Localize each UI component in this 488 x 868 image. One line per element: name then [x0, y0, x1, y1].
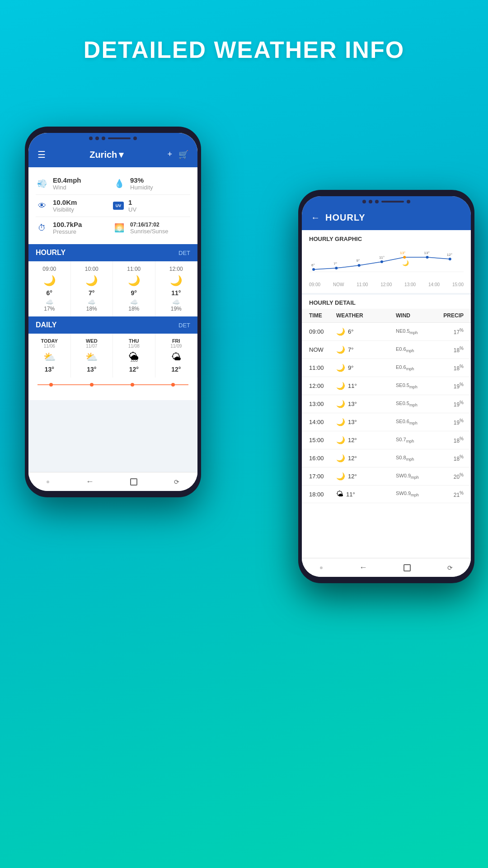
phone1-device: ☰ Zurich ▾ + 🛒 💨: [25, 127, 201, 497]
hourly-graphic-section: HOURLY GRAPHIC: [302, 230, 471, 293]
pressure-item: ⏱ 100.7kPa Pressure: [36, 221, 113, 235]
hourly-cloud-3: ☁️: [116, 298, 152, 306]
page-title: DETAILED WEATHER INFO: [0, 0, 488, 63]
precip-1100: 18%: [436, 364, 464, 372]
sunrise-icon: 🌅: [113, 222, 126, 234]
chart-time-3: 11:00: [357, 282, 368, 287]
hourly-temp-2: 7°: [74, 289, 110, 297]
table-row-1700: 17:00 🌙 12° SW0.9mph 20%: [302, 467, 471, 486]
col-header-precip: PRECIP: [436, 312, 464, 319]
temp-1800: 11°: [346, 491, 355, 498]
hourly-detail-section: HOURLY DETAIL TIME WEATHER WIND PRECIP 0…: [302, 295, 471, 577]
hourly-temp-1: 6°: [31, 289, 68, 297]
hourly-detail-link[interactable]: DET: [178, 250, 190, 256]
phone1-screen: ☰ Zurich ▾ + 🛒 💨: [28, 133, 197, 491]
table-row-1400: 14:00 🌙 13° SE0.6mph 19%: [302, 413, 471, 431]
wind-1400: SE0.6mph: [396, 419, 436, 425]
precip-1700: 20%: [436, 472, 464, 480]
hourly-item-1: 09:00 🌙 6° ☁️ 17%: [28, 261, 71, 316]
menu-icon[interactable]: ☰: [38, 149, 46, 160]
phone2-camera-notch: [362, 200, 410, 203]
hourly-precip-4: 19%: [158, 306, 195, 312]
svg-text:11°: 11°: [379, 255, 385, 259]
hourly-time-2: 10:00: [74, 266, 110, 272]
wind-value: E0.4mph: [53, 176, 81, 184]
p2-nav-share-button[interactable]: ⟳: [447, 564, 453, 571]
daily-detail-link[interactable]: DET: [178, 322, 190, 329]
speaker-bar: [108, 137, 131, 139]
city-selector[interactable]: Zurich ▾: [89, 149, 123, 160]
table-row-1500: 15:00 🌙 12° S0.7mph 18%: [302, 431, 471, 449]
row-weather-1600: 🌙 12°: [336, 454, 396, 462]
svg-text:13°: 13°: [400, 251, 405, 255]
svg-text:7°: 7°: [333, 262, 337, 266]
p2-nav-back-button[interactable]: ←: [359, 563, 367, 572]
hourly-icon-3: 🌙: [116, 275, 152, 287]
cart-button[interactable]: 🛒: [178, 150, 188, 160]
nav-dot-1: [47, 481, 49, 483]
table-row-1800: 18:00 🌤 11° SW0.9mph 21%: [302, 486, 471, 503]
row-weather-1500: 🌙 12°: [336, 436, 396, 444]
uv-item: UV 1 UV: [113, 198, 190, 213]
nav-back-button[interactable]: ←: [86, 477, 94, 486]
hourly-item-3: 11:00 🌙 9° ☁️ 18%: [113, 261, 155, 316]
weather-details-card: 💨 E0.4mph Wind 💧 93% Humidity: [28, 167, 197, 244]
p2-camera-dot4: [407, 200, 410, 203]
phone2-device: ← HOURLY HOURLY GRAPHIC: [298, 190, 474, 583]
add-button[interactable]: +: [167, 150, 172, 160]
svg-point-1: [49, 383, 53, 387]
table-row-1200: 12:00 🌙 11° SE0.5mph 19%: [302, 377, 471, 395]
p2-camera-dot2: [369, 200, 372, 203]
temperature-chart: 6° 7° 9° 11° 13° 13° 12° 🌙: [309, 247, 464, 278]
temp-1500: 12°: [348, 437, 357, 443]
chart-time-1: 09:00: [309, 282, 320, 287]
table-row-1600: 16:00 🌙 12° S0.8mph 18%: [302, 449, 471, 467]
daily-item-wed: WED 11/07 ⛅ 13°: [71, 334, 113, 377]
phones-container: ☰ Zurich ▾ + 🛒 💨: [0, 99, 488, 845]
nav-square-button[interactable]: [130, 478, 137, 486]
nav-share-button[interactable]: ⟳: [174, 478, 179, 486]
p2-nav-square-button[interactable]: [404, 564, 411, 571]
hourly-graphic-title: HOURLY GRAPHIC: [309, 236, 464, 242]
row-time-1800: 18:00: [309, 491, 336, 498]
daily-section-header: DAILY DET: [28, 316, 197, 334]
weather-icon-1800: 🌤: [336, 490, 343, 498]
temp-trend-svg: [28, 380, 197, 389]
temp-1400: 13°: [348, 419, 357, 425]
daily-scroll: TODAY 11/06 ⛅ 13° WED 11/07 ⛅ 13° THU 11…: [28, 334, 197, 377]
phone2-nav: ← ⟳: [302, 558, 471, 577]
chart-area: 6° 7° 9° 11° 13° 13° 12° 🌙 09:00: [309, 247, 464, 288]
weather-icon-1500: 🌙: [336, 436, 345, 444]
chart-times: 09:00 NOW 11:00 12:00 13:00 14:00 15:00: [309, 282, 464, 287]
col-header-wind: WIND: [396, 312, 436, 319]
temp-0900: 6°: [348, 328, 353, 335]
svg-point-3: [131, 383, 134, 387]
daily-title: DAILY: [36, 321, 57, 329]
visibility-label: Visibility: [53, 206, 77, 213]
row-weather-1800: 🌤 11°: [336, 490, 396, 498]
back-arrow-button[interactable]: ←: [311, 212, 320, 223]
table-row-0900: 09:00 🌙 6° NE0.5mph 17%: [302, 323, 471, 341]
hourly-section-header: HOURLY DET: [28, 244, 197, 261]
camera-dot2: [95, 137, 99, 140]
daily-icon-fri: 🌤: [157, 351, 196, 363]
wind-1100: E0.6mph: [396, 364, 436, 371]
wind-1800: SW0.9mph: [396, 491, 436, 497]
chart-time-6: 14:00: [428, 282, 440, 287]
table-row-1100: 11:00 🌙 9° E0.6mph 18%: [302, 359, 471, 377]
weather-icon-0900: 🌙: [336, 327, 345, 336]
daily-day-today: TODAY: [30, 338, 69, 344]
wind-icon: 💨: [36, 177, 48, 190]
row-time-1700: 17:00: [309, 473, 336, 480]
temp-1600: 12°: [348, 455, 357, 462]
row-weather-1300: 🌙 13°: [336, 400, 396, 408]
weather-icon-1700: 🌙: [336, 472, 345, 481]
daily-day-wed: WED: [73, 338, 111, 344]
precip-0900: 17%: [436, 328, 464, 335]
row-time-1600: 16:00: [309, 455, 336, 462]
p2-camera-dot3: [375, 200, 379, 203]
pressure-value: 100.7kPa: [53, 221, 82, 228]
wind-1300: SE0.5mph: [396, 401, 436, 407]
hourly-cloud-2: ☁️: [74, 298, 110, 306]
visibility-icon: 👁: [36, 199, 48, 212]
